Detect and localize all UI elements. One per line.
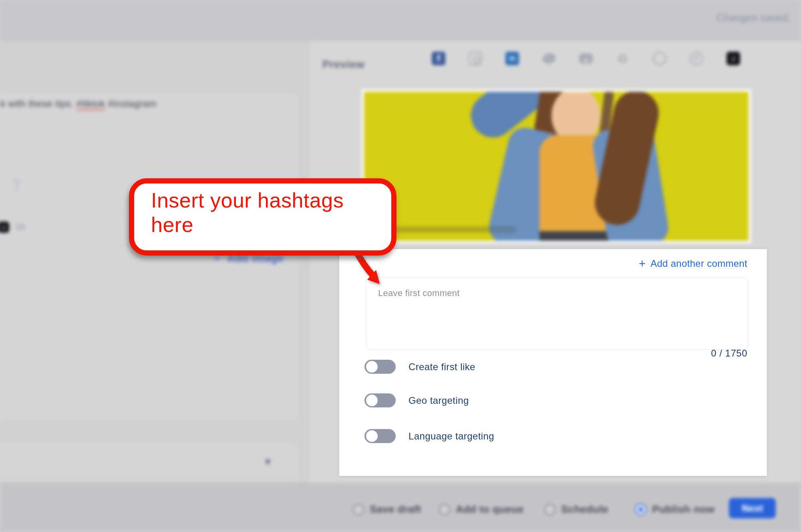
next-button[interactable]: Next xyxy=(729,498,776,518)
hashtag-callout: Insert your hashtags here xyxy=(129,178,396,256)
pinterest-icon[interactable]: P xyxy=(690,52,703,65)
plus-icon: + xyxy=(639,259,646,268)
platform-icon-row: f in G P ♪ xyxy=(432,52,740,65)
preview-image xyxy=(361,89,751,244)
tiktok-icon[interactable]: ♪ xyxy=(727,52,740,65)
publish-now-radio[interactable] xyxy=(635,504,647,516)
create-first-like-toggle[interactable] xyxy=(364,360,396,374)
publish-now-label[interactable]: Publish now xyxy=(652,503,714,516)
geo-targeting-toggle[interactable] xyxy=(364,393,396,407)
caption-hashtag-tiktok: #tiktok xyxy=(76,98,105,111)
create-first-like-label: Create first like xyxy=(409,361,475,373)
text-format-button[interactable]: T xyxy=(12,177,22,195)
youtube-icon[interactable] xyxy=(579,53,593,64)
add-another-comment-button[interactable]: + Add another comment xyxy=(639,258,747,269)
save-draft-label[interactable]: Save draft xyxy=(370,503,421,516)
first-comment-input[interactable] xyxy=(366,277,748,350)
comment-char-counter: 0 / 1750 xyxy=(711,348,747,359)
add-to-queue-option[interactable]: Add to queue xyxy=(439,503,524,516)
preview-title: Preview xyxy=(322,58,365,71)
callout-text: Insert your hashtags here xyxy=(151,188,375,237)
footer-bar: Save draft Add to queue Schedule Publish… xyxy=(0,483,801,532)
top-bar xyxy=(0,0,801,41)
publish-now-option[interactable]: Publish now xyxy=(635,503,714,516)
language-targeting-row: Language targeting xyxy=(364,429,494,443)
caption-text[interactable]: k with these tips. #tiktok #instagram xyxy=(0,98,281,109)
first-comment-panel: + Add another comment 0 / 1750 Create fi… xyxy=(339,249,767,476)
geo-targeting-label: Geo targeting xyxy=(409,395,469,406)
schedule-label[interactable]: Schedule xyxy=(561,503,608,516)
add-to-queue-radio[interactable] xyxy=(439,504,451,516)
create-first-like-row: Create first like xyxy=(364,360,475,374)
schedule-option[interactable]: Schedule xyxy=(544,503,608,516)
caption-prefix: k with these tips. xyxy=(0,98,76,109)
changes-saved-status: Changes saved. xyxy=(716,12,791,24)
add-another-comment-label: Add another comment xyxy=(650,258,747,269)
add-to-queue-label[interactable]: Add to queue xyxy=(456,503,524,516)
linkedin-icon[interactable]: in xyxy=(505,52,519,65)
google-icon[interactable]: G xyxy=(616,52,630,65)
reddit-icon[interactable] xyxy=(653,52,666,65)
tiktok-char-count: 96 xyxy=(16,222,25,232)
schedule-radio[interactable] xyxy=(544,504,556,516)
language-targeting-toggle[interactable] xyxy=(364,429,396,443)
chevron-down-icon[interactable]: ▾ xyxy=(265,455,270,468)
save-draft-radio[interactable] xyxy=(352,504,364,516)
geo-targeting-row: Geo targeting xyxy=(364,393,469,407)
collapsed-section[interactable]: ▾ xyxy=(0,441,300,485)
tiktok-counter-icon: ♪ xyxy=(0,222,9,233)
language-targeting-label: Language targeting xyxy=(409,431,494,442)
twitter-icon[interactable] xyxy=(543,53,555,64)
caption-hashtag-instagram: #instagram xyxy=(108,98,157,109)
save-draft-option[interactable]: Save draft xyxy=(352,503,421,516)
instagram-icon[interactable] xyxy=(469,52,482,65)
facebook-icon[interactable]: f xyxy=(432,52,445,65)
panel-divider xyxy=(308,41,309,483)
